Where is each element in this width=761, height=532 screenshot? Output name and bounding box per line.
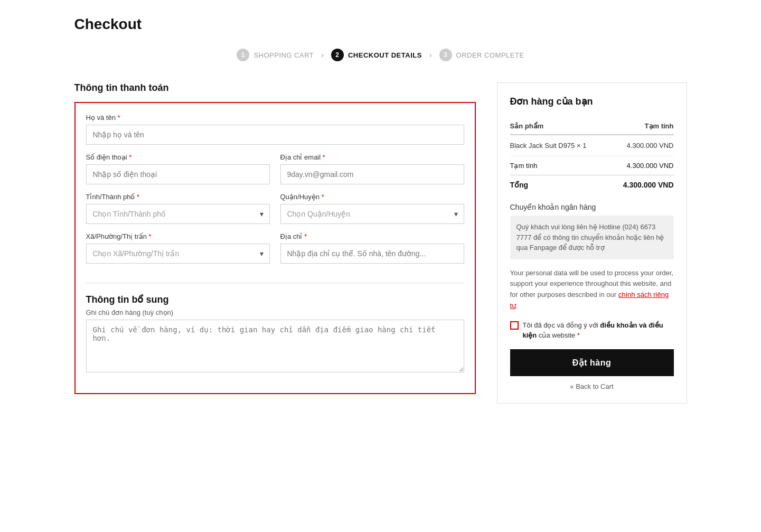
district-required: * <box>322 193 324 201</box>
address-required: * <box>304 232 307 240</box>
back-to-cart-link[interactable]: « Back to Cart <box>570 382 613 390</box>
col-product-header: Sản phẩm <box>510 118 609 135</box>
district-select[interactable]: Chọn Quận/Huyện <box>280 204 464 224</box>
step-shopping-cart[interactable]: 1 SHOPPING CART <box>237 49 314 61</box>
total-value: 4.300.000 VND <box>608 175 673 195</box>
ward-select-wrapper: Chọn Xã/Phường/Thị trấn <box>86 244 270 264</box>
additional-section: Thông tin bổ sung Ghi chú đơn hàng (tuỳ … <box>86 294 464 374</box>
district-group: Quận/Huyện * Chọn Quận/Huyện <box>280 193 464 224</box>
billing-section-title: Thông tin thanh toán <box>74 82 476 94</box>
province-district-row: Tỉnh/Thành phố * Chọn Tỉnh/Thành phố Quậ… <box>86 193 464 232</box>
ward-select[interactable]: Chọn Xã/Phường/Thị trấn <box>86 244 270 264</box>
phone-required: * <box>129 153 131 161</box>
full-name-required: * <box>118 114 120 122</box>
province-group: Tỉnh/Thành phố * Chọn Tỉnh/Thành phố <box>86 193 270 224</box>
address-label: Địa chỉ * <box>280 232 464 240</box>
place-order-button[interactable]: Đặt hàng <box>510 349 674 376</box>
province-label: Tỉnh/Thành phố * <box>86 193 270 201</box>
page-title: Checkout <box>74 16 687 33</box>
back-to-cart: « Back to Cart <box>510 382 674 390</box>
step-2-label: CHECKOUT DETAILS <box>348 51 422 59</box>
subtotal-label: Tạm tính <box>510 156 609 175</box>
additional-title: Thông tin bổ sung <box>86 294 464 305</box>
ward-address-row: Xã/Phường/Thị trấn * Chọn Xã/Phường/Thị … <box>86 232 464 272</box>
order-table: Sản phẩm Tạm tính Black Jack Suit D975 ×… <box>510 118 674 194</box>
step-separator-2: › <box>429 51 432 59</box>
terms-row: Tôi đã đọc và đồng ý với điều khoản và đ… <box>510 320 674 341</box>
full-name-group: Họ và tên * <box>86 114 464 145</box>
item-name: Black Jack Suit D975 × 1 <box>510 135 609 156</box>
step-1-label: SHOPPING CART <box>253 51 314 59</box>
full-name-input[interactable] <box>86 125 464 145</box>
total-label: Tổng <box>510 175 609 195</box>
phone-input[interactable] <box>86 164 270 184</box>
terms-text: Tôi đã đọc và đồng ý với điều khoản và đ… <box>523 320 674 341</box>
email-group: Địa chỉ email * <box>280 153 464 184</box>
order-summary-title: Đơn hàng của bạn <box>510 96 674 107</box>
item-price: 4.300.000 VND <box>608 135 673 156</box>
district-select-wrapper: Chọn Quận/Huyện <box>280 204 464 224</box>
order-item-row: Black Jack Suit D975 × 1 4.300.000 VND <box>510 135 674 156</box>
address-group: Địa chỉ * <box>280 232 464 264</box>
billing-form: Họ và tên * Số điện thoại * <box>74 102 476 394</box>
left-panel: Thông tin thanh toán Họ và tên * Số điện… <box>74 82 476 394</box>
phone-group: Số điện thoại * <box>86 153 270 184</box>
step-3-label: ORDER COMPLETE <box>456 51 524 59</box>
ward-group: Xã/Phường/Thị trấn * Chọn Xã/Phường/Thị … <box>86 232 270 264</box>
email-label: Địa chỉ email * <box>280 153 464 161</box>
step-3-number: 3 <box>439 49 452 61</box>
note-group: Ghi chú đơn hàng (tuỳ chọn) <box>86 309 464 374</box>
step-checkout-details[interactable]: 2 CHECKOUT DETAILS <box>331 49 422 61</box>
phone-label: Số điện thoại * <box>86 153 270 161</box>
province-select-wrapper: Chọn Tỉnh/Thành phố <box>86 204 270 224</box>
email-input[interactable] <box>280 164 464 184</box>
full-name-label: Họ và tên * <box>86 114 464 122</box>
ward-label: Xã/Phường/Thị trấn * <box>86 232 270 240</box>
payment-method-title: Chuyển khoản ngân hàng <box>510 203 674 211</box>
phone-email-row: Số điện thoại * Địa chỉ email * <box>86 153 464 193</box>
ward-required: * <box>149 232 152 240</box>
subtotal-value: 4.300.000 VND <box>608 156 673 175</box>
email-required: * <box>323 153 325 161</box>
payment-method-note: Quý khách vui lòng liên hệ Hotline (024)… <box>510 216 674 259</box>
district-label: Quận/Huyện * <box>280 193 464 201</box>
checkout-steps: 1 SHOPPING CART › 2 CHECKOUT DETAILS › 3… <box>74 49 687 61</box>
total-row: Tổng 4.300.000 VND <box>510 175 674 195</box>
subtotal-row: Tạm tính 4.300.000 VND <box>510 156 674 175</box>
step-1-number: 1 <box>237 49 249 61</box>
step-2-number: 2 <box>331 49 344 61</box>
province-required: * <box>137 193 139 201</box>
step-separator-1: › <box>321 51 324 59</box>
province-select[interactable]: Chọn Tỉnh/Thành phố <box>86 204 270 224</box>
form-divider <box>86 283 464 283</box>
note-label: Ghi chú đơn hàng (tuỳ chọn) <box>86 309 464 316</box>
terms-required: * <box>575 331 580 339</box>
payment-method-section: Chuyển khoản ngân hàng Quý khách vui lòn… <box>510 203 674 259</box>
step-order-complete[interactable]: 3 ORDER COMPLETE <box>439 49 524 61</box>
privacy-note: Your personal data will be used to proce… <box>510 268 674 312</box>
col-subtotal-header: Tạm tính <box>608 118 673 135</box>
order-summary-panel: Đơn hàng của bạn Sản phẩm Tạm tính Black… <box>497 82 687 404</box>
note-textarea[interactable] <box>86 320 464 372</box>
terms-checkbox[interactable] <box>510 321 519 330</box>
address-input[interactable] <box>280 244 464 264</box>
